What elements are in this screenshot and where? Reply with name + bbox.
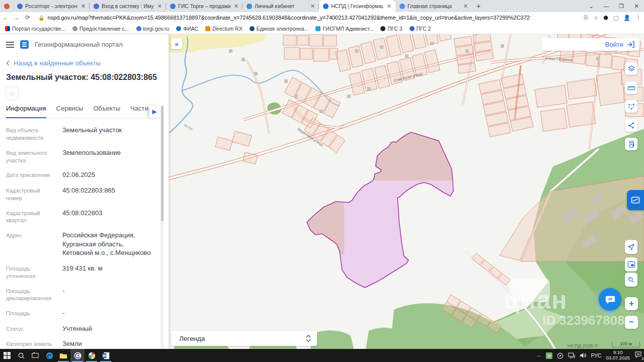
- tab-servisy[interactable]: Сервисы: [56, 105, 84, 118]
- feedback-panel-button[interactable]: [627, 190, 644, 210]
- taskbar-word[interactable]: W: [99, 349, 113, 362]
- picture-in-picture-icon: [627, 261, 635, 268]
- minimap-button[interactable]: [625, 257, 637, 272]
- search-icon: [18, 352, 25, 359]
- locate-me-button[interactable]: [625, 240, 637, 254]
- map-canvas[interactable]: Советская улица улица Гагарина Береговая…: [169, 34, 644, 349]
- tab-close-icon[interactable]: ✕: [233, 3, 239, 10]
- scrollbar-thumb[interactable]: [161, 106, 164, 221]
- layers-button[interactable]: [625, 62, 637, 75]
- tab-favicon: [94, 4, 99, 9]
- profile-icon[interactable]: 👤: [623, 15, 630, 21]
- tabs-scroll-right-button[interactable]: ▶: [149, 106, 159, 118]
- favorite-star-button[interactable]: ☆: [5, 86, 19, 100]
- tab-close-icon[interactable]: ✕: [462, 3, 469, 10]
- tab-close-icon[interactable]: ✕: [309, 3, 316, 10]
- tray-heart-icon[interactable]: [546, 352, 552, 359]
- notification-icon: [634, 351, 642, 358]
- tray-expand-icon[interactable]: ︿: [536, 352, 541, 359]
- clock[interactable]: 9:10 03.07.2025: [606, 350, 630, 361]
- extension-pin-icon[interactable]: ⬟: [603, 15, 608, 21]
- bookmark-star-icon[interactable]: ☆: [593, 15, 598, 21]
- share-icon: [627, 122, 635, 129]
- sidepanel-icon[interactable]: ▢: [613, 15, 618, 21]
- browser-menu-chevron-icon[interactable]: ⌄: [584, 3, 599, 10]
- tab-informatsiya[interactable]: Информация: [6, 105, 46, 118]
- login-bar[interactable]: Войти: [541, 38, 639, 51]
- tab-favicon: [399, 4, 405, 9]
- tab-close-icon[interactable]: ✕: [386, 3, 392, 10]
- browser-tab-strip: Росэлторг - электронная торго✕ Вход в си…: [0, 0, 644, 12]
- bookmark-pgs3[interactable]: ПГС 3: [380, 26, 402, 32]
- sidebar-collapse-button[interactable]: «: [171, 38, 182, 49]
- tab-nspd-active[interactable]: НСПД | Геоинформационный п✕: [319, 0, 395, 12]
- field-row: Кадастровый номер45:08:022803:865: [6, 186, 153, 202]
- address-bar: ← → ⟳ 🔒 nspd.gov.ru/map?thematic=PKK&zoo…: [0, 12, 644, 23]
- bookmark-fias[interactable]: ФИАС: [176, 26, 198, 32]
- bookmark-favicon: [250, 26, 255, 31]
- bookmark-directum[interactable]: Directum RX: [205, 26, 243, 32]
- app-title: Геоинформационный портал: [35, 41, 123, 48]
- action-center-button[interactable]: 2: [634, 351, 642, 360]
- forward-icon[interactable]: →: [11, 14, 22, 21]
- zoom-out-button[interactable]: −: [625, 316, 638, 329]
- bookmark-gosuslugi[interactable]: Портал государстве...: [5, 26, 65, 32]
- menu-icon[interactable]: [6, 42, 14, 48]
- tab-glavnaya[interactable]: Главная страница✕: [395, 0, 472, 12]
- reload-icon[interactable]: ⟳: [22, 14, 33, 21]
- back-to-results-link[interactable]: Назад в найденные объекты: [6, 59, 101, 67]
- scale-bar: 100 м: [612, 341, 640, 347]
- select-area-button[interactable]: [625, 100, 637, 113]
- tab-gis-torgi[interactable]: ГИС Торги – продажи государс✕: [166, 0, 243, 12]
- windows-icon: [4, 352, 11, 359]
- tray-sync-icon[interactable]: [557, 352, 564, 359]
- word-icon: W: [102, 352, 110, 359]
- task-view-button[interactable]: [28, 349, 42, 362]
- taskbar-explorer[interactable]: [56, 349, 70, 362]
- map-copyright: НСПД 2025 ©: [568, 343, 598, 348]
- browser-menu-icon[interactable]: ⋮: [635, 15, 641, 21]
- back-icon[interactable]: ←: [0, 14, 11, 21]
- pinned-tab[interactable]: [0, 0, 13, 12]
- taskbar-search-button[interactable]: [14, 349, 28, 362]
- tab-lichny-kabinet[interactable]: Личный кабинет✕: [243, 0, 319, 12]
- tab-roseltorg[interactable]: Росэлторг - электронная торго✕: [13, 0, 90, 12]
- bookmark-gisgmp[interactable]: ГИСГМП Админист...: [315, 26, 373, 32]
- restore-button[interactable]: ❐: [614, 3, 629, 10]
- close-window-button[interactable]: ✕: [629, 3, 644, 10]
- zoom-in-button[interactable]: +: [625, 297, 638, 310]
- panel-scrollbar[interactable]: [160, 106, 164, 349]
- search-extent-button[interactable]: [625, 273, 637, 287]
- bookmark-predostavlenie[interactable]: Предоставление с...: [72, 26, 129, 32]
- minimize-button[interactable]: —: [599, 3, 614, 9]
- search-refresh-icon: [627, 276, 635, 284]
- share-icon[interactable]: ⎘: [584, 15, 589, 21]
- start-button[interactable]: [0, 349, 14, 362]
- network-icon[interactable]: [568, 352, 575, 358]
- tab-vhod[interactable]: Вход в систему : Имущественн✕: [90, 0, 166, 12]
- tab-obekty[interactable]: Объекты: [93, 105, 120, 118]
- bookmark-pgs2[interactable]: ПГС 2: [410, 26, 431, 32]
- language-indicator[interactable]: РУС: [591, 352, 601, 358]
- new-tab-button[interactable]: +: [472, 0, 485, 12]
- share-button[interactable]: [625, 119, 637, 132]
- location-arrow-icon: [627, 243, 635, 251]
- bookmark-edinaya[interactable]: Единая электронна...: [250, 26, 309, 32]
- window-controls: ⌄ — ❐ ✕: [584, 0, 644, 12]
- ruler-button[interactable]: [625, 81, 637, 94]
- taskbar-edge[interactable]: [42, 349, 56, 362]
- taskbar-active-app[interactable]: [70, 349, 85, 362]
- tab-close-icon[interactable]: ✕: [80, 3, 87, 10]
- volume-icon[interactable]: [580, 352, 586, 358]
- url-text[interactable]: nspd.gov.ru/map?thematic=PKK&zoom=15.498…: [47, 15, 530, 21]
- notification-count: 2: [642, 356, 644, 361]
- map-svg: Советская улица улица Гагарина Береговая…: [169, 34, 644, 349]
- chat-button[interactable]: [599, 288, 621, 311]
- legend-bar[interactable]: Легенда: [171, 331, 317, 346]
- bookmark-favicon: [5, 26, 10, 31]
- tab-close-icon[interactable]: ✕: [156, 3, 163, 10]
- parcel-fields: Вид объекта недвижимостиЗемельный участо…: [6, 126, 153, 362]
- bookmark-torgi[interactable]: torgi.gov.ru: [136, 26, 170, 32]
- print-button[interactable]: [625, 138, 637, 150]
- taskbar-chrome[interactable]: [85, 349, 99, 362]
